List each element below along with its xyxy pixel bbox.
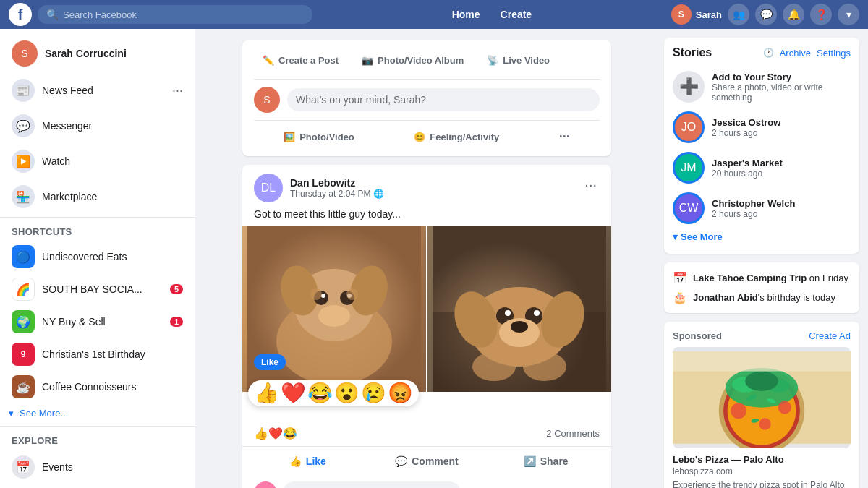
feeling-activity-action[interactable]: 😊 Feeling/Activity <box>405 126 508 148</box>
more-action[interactable]: ··· <box>550 124 579 150</box>
post-header: DL Dan Lebowitz Thursday at 2:04 PM 🌐 ··… <box>242 165 611 202</box>
sponsored-section: Sponsored Create Ad <box>664 322 859 488</box>
emoji-reactions-popup: 👍 ❤️ 😂 😮 😢 😡 <box>248 380 419 406</box>
news-feed-more-icon[interactable]: ··· <box>172 83 183 98</box>
photo-video-action[interactable]: 🖼️ Photo/Video <box>275 126 363 148</box>
post-timestamp: Thursday at 2:04 PM <box>290 189 370 199</box>
birthday-icon: 🎂 <box>673 291 687 304</box>
ad-url: lebospizza.com <box>673 466 851 476</box>
shortcut-undiscovered-eats[interactable]: 🔵 Undiscovered Eats <box>3 241 192 273</box>
sidebar-item-marketplace[interactable]: 🏪 Marketplace <box>3 179 192 214</box>
reaction-emojis: 👍❤️😂 <box>254 427 297 440</box>
add-story-button[interactable]: ➕ <box>673 71 705 103</box>
ad-description: Experience the trendy pizza spot in Palo… <box>673 479 851 488</box>
explore-section-title: Explore <box>0 429 195 449</box>
sidebar-item-watch[interactable]: ▶️ Watch <box>3 144 192 179</box>
sad-emoji-btn[interactable]: 😢 <box>361 383 386 403</box>
post-more-options-button[interactable]: ··· <box>582 174 600 196</box>
like-button[interactable]: 👍 Like <box>248 450 367 473</box>
post-author-name[interactable]: Dan Lebowitz <box>290 177 384 189</box>
help-icon-button[interactable]: ❓ <box>810 4 832 25</box>
svg-point-12 <box>310 288 322 300</box>
lake-tahoe-label: Lake Tahoe Camping Trip on Friday <box>693 273 848 283</box>
sidebar-watch-label: Watch <box>42 155 183 167</box>
create-post-actions-row: 🖼️ Photo/Video 😊 Feeling/Activity ··· <box>254 121 600 153</box>
create-post-input[interactable]: What's on your mind, Sarah? <box>287 88 600 111</box>
create-a-post-button[interactable]: ✏️ Create a Post <box>254 49 347 72</box>
comment-button[interactable]: 💬 Comment <box>367 450 487 473</box>
create-ad-button[interactable]: Create Ad <box>809 330 851 341</box>
more-icon: ··· <box>559 129 570 145</box>
like-emoji-btn[interactable]: 👍 <box>254 383 279 403</box>
birthday-item[interactable]: 🎂 Jonathan Abid's birthday is today <box>673 291 851 304</box>
sidebar-user-profile[interactable]: S Sarah Corruccini <box>3 35 192 72</box>
comment-label: Comment <box>412 455 459 467</box>
shortcut-ny-buy-sell[interactable]: 🌍 NY Buy & Sell 1 <box>3 306 192 338</box>
angry-emoji-btn[interactable]: 😡 <box>388 383 413 403</box>
search-icon: 🔍 <box>46 9 59 20</box>
sidebar-item-messenger[interactable]: 💬 Messenger <box>3 108 192 143</box>
shortcuts-see-more-button[interactable]: ▾See More... <box>0 403 195 423</box>
shortcut-coffee[interactable]: ☕ Coffee Connoisseurs <box>3 371 192 403</box>
sidebar-item-groups[interactable]: 👥 Groups <box>3 485 192 488</box>
news-feed-icon: 📰 <box>12 79 35 102</box>
story-jessica-ostrow[interactable]: JO Jessica Ostrow 2 hours ago <box>673 107 851 147</box>
sidebar-item-events[interactable]: 📅 Events <box>3 450 192 484</box>
story-christopher-welch[interactable]: CW Christopher Welch 2 hours ago <box>673 188 851 228</box>
post-actions-row: 👍 Like 💬 Comment ↗️ Share <box>242 447 611 476</box>
facebook-logo: f <box>9 3 32 26</box>
post-meta: Thursday at 2:04 PM 🌐 <box>290 189 384 199</box>
south-bay-icon: 🌈 <box>12 278 35 301</box>
post-author-info: DL Dan Lebowitz Thursday at 2:04 PM 🌐 <box>254 174 384 202</box>
archive-icon: 🕐 <box>763 48 774 59</box>
pencil-icon: ✏️ <box>263 55 274 66</box>
shortcut-south-bay[interactable]: 🌈 SOUTH BAY SOCIA... 5 <box>3 273 192 305</box>
live-video-create-icon: 📡 <box>487 55 498 66</box>
settings-button[interactable]: Settings <box>817 48 851 59</box>
add-story-sub: Share a photo, video or write something <box>712 82 851 103</box>
ad-name[interactable]: Lebo's Pizza — Palo Alto <box>673 454 851 465</box>
post-privacy-icon: 🌐 <box>373 189 384 199</box>
share-button[interactable]: ↗️ Share <box>486 450 605 473</box>
search-input[interactable] <box>63 9 304 20</box>
home-button[interactable]: Home <box>443 4 489 25</box>
sponsored-image[interactable] <box>673 347 851 448</box>
chevron-down-icon-button[interactable]: ▾ <box>838 4 859 25</box>
people-icon-button[interactable]: 👥 <box>728 4 749 25</box>
messenger-icon-button[interactable]: 💬 <box>755 4 777 25</box>
feeling-icon: 😊 <box>414 132 425 142</box>
watch-nav-icon: ▶️ <box>12 150 35 173</box>
photo-album-button[interactable]: 📷 Photo/Video Album <box>353 49 472 72</box>
stories-actions: 🕐 Archive Settings <box>763 48 851 59</box>
add-story-item[interactable]: ➕ Add to Your Story Share a photo, video… <box>673 67 851 107</box>
sidebar-left: S Sarah Corruccini 📰 News Feed ··· 💬 Mes… <box>0 29 195 488</box>
love-emoji-btn[interactable]: ❤️ <box>281 383 306 403</box>
sidebar-item-news-feed[interactable]: 📰 News Feed ··· <box>3 73 192 108</box>
stories-see-more[interactable]: ▾ See More <box>673 228 851 245</box>
story-jaspers-market[interactable]: JM Jasper's Market 20 hours ago <box>673 147 851 188</box>
photo-video-icon: 🖼️ <box>284 132 295 142</box>
archive-button[interactable]: Archive <box>780 48 811 59</box>
stories-title: Stories <box>673 46 712 59</box>
lake-tahoe-event[interactable]: 📅 Lake Tahoe Camping Trip on Friday <box>673 271 851 285</box>
user-profile-button[interactable]: S Sarah <box>671 4 722 25</box>
wow-emoji-btn[interactable]: 😮 <box>334 383 359 403</box>
search-bar[interactable]: 🔍 <box>38 5 312 24</box>
topnav-center: Home Create <box>318 4 665 25</box>
coffee-icon: ☕ <box>12 375 35 398</box>
post-image-container <box>242 226 611 392</box>
live-video-button[interactable]: 📡 Live Video <box>478 49 558 72</box>
haha-emoji-btn[interactable]: 😂 <box>307 383 333 403</box>
comment-avatar: SS <box>254 481 277 488</box>
post-author-avatar: DL <box>254 174 283 202</box>
shortcut-christian-birthday[interactable]: 9 Christian's 1st Birthday <box>3 338 192 370</box>
photo-album-icon: 📷 <box>362 55 373 66</box>
topnav: f 🔍 Home Create S Sarah 👥 💬 🔔 ❓ ▾ <box>0 0 868 29</box>
south-bay-badge: 5 <box>170 284 183 294</box>
comments-count[interactable]: 2 Comments <box>546 428 600 439</box>
user-avatar: S <box>671 4 692 25</box>
post-body-text: Got to meet this little guy today... <box>242 202 611 226</box>
notifications-icon-button[interactable]: 🔔 <box>783 4 804 25</box>
create-button[interactable]: Create <box>492 4 541 25</box>
christopher-time: 2 hours ago <box>712 209 795 219</box>
